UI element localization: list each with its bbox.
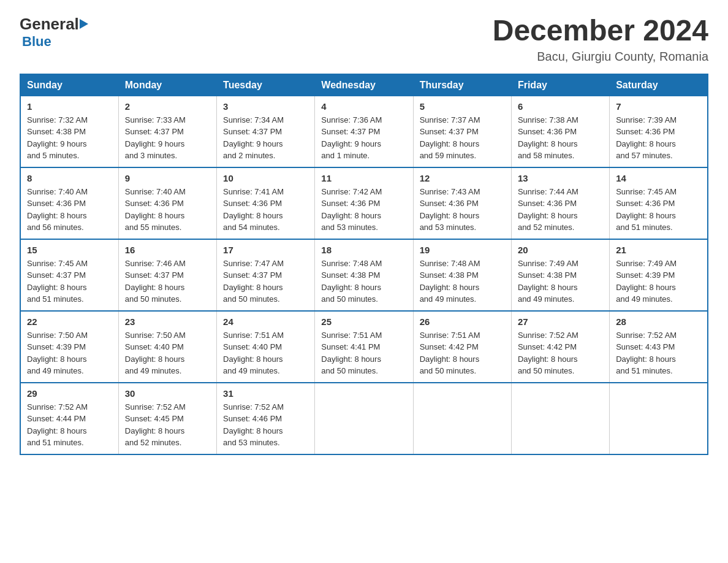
day-number: 23 xyxy=(125,316,210,327)
day-number: 21 xyxy=(616,245,701,255)
calendar-cell xyxy=(413,383,511,454)
day-info: Sunrise: 7:50 AMSunset: 4:39 PMDaylight:… xyxy=(27,329,112,377)
calendar-cell: 14Sunrise: 7:45 AMSunset: 4:36 PMDayligh… xyxy=(610,167,708,239)
day-info: Sunrise: 7:39 AMSunset: 4:36 PMDaylight:… xyxy=(616,114,701,162)
day-number: 25 xyxy=(321,316,406,327)
calendar-cell: 7Sunrise: 7:39 AMSunset: 4:36 PMDaylight… xyxy=(610,96,708,167)
calendar-cell: 11Sunrise: 7:42 AMSunset: 4:36 PMDayligh… xyxy=(315,167,413,239)
calendar-week-2: 8Sunrise: 7:40 AMSunset: 4:36 PMDaylight… xyxy=(20,167,708,239)
day-number: 5 xyxy=(420,101,505,112)
calendar-cell: 1Sunrise: 7:32 AMSunset: 4:38 PMDaylight… xyxy=(20,96,118,167)
day-info: Sunrise: 7:49 AMSunset: 4:38 PMDaylight:… xyxy=(518,258,603,305)
day-info: Sunrise: 7:52 AMSunset: 4:46 PMDaylight:… xyxy=(223,401,308,449)
calendar-header-row: SundayMondayTuesdayWednesdayThursdayFrid… xyxy=(20,74,708,96)
calendar-cell xyxy=(315,383,413,454)
calendar-cell: 8Sunrise: 7:40 AMSunset: 4:36 PMDaylight… xyxy=(20,167,118,239)
logo-blue-text: Blue xyxy=(20,34,51,50)
day-info: Sunrise: 7:40 AMSunset: 4:36 PMDaylight:… xyxy=(125,186,210,234)
day-info: Sunrise: 7:51 AMSunset: 4:41 PMDaylight:… xyxy=(321,329,406,377)
day-info: Sunrise: 7:38 AMSunset: 4:36 PMDaylight:… xyxy=(518,114,603,162)
header-monday: Monday xyxy=(118,74,216,96)
day-info: Sunrise: 7:48 AMSunset: 4:38 PMDaylight:… xyxy=(321,258,406,305)
header-tuesday: Tuesday xyxy=(217,74,315,96)
calendar-week-4: 22Sunrise: 7:50 AMSunset: 4:39 PMDayligh… xyxy=(20,311,708,383)
calendar-cell: 28Sunrise: 7:52 AMSunset: 4:43 PMDayligh… xyxy=(610,311,708,383)
day-info: Sunrise: 7:45 AMSunset: 4:37 PMDaylight:… xyxy=(27,258,112,305)
calendar-cell: 2Sunrise: 7:33 AMSunset: 4:37 PMDaylight… xyxy=(118,96,216,167)
calendar-week-1: 1Sunrise: 7:32 AMSunset: 4:38 PMDaylight… xyxy=(20,96,708,167)
calendar-cell: 20Sunrise: 7:49 AMSunset: 4:38 PMDayligh… xyxy=(511,239,609,311)
day-info: Sunrise: 7:50 AMSunset: 4:40 PMDaylight:… xyxy=(125,329,210,377)
day-info: Sunrise: 7:33 AMSunset: 4:37 PMDaylight:… xyxy=(125,114,210,162)
calendar-cell: 17Sunrise: 7:47 AMSunset: 4:37 PMDayligh… xyxy=(217,239,315,311)
day-number: 18 xyxy=(321,245,406,255)
day-number: 7 xyxy=(616,101,701,112)
calendar-cell: 15Sunrise: 7:45 AMSunset: 4:37 PMDayligh… xyxy=(20,239,118,311)
header-sunday: Sunday xyxy=(20,74,118,96)
day-number: 3 xyxy=(223,101,308,112)
day-info: Sunrise: 7:37 AMSunset: 4:37 PMDaylight:… xyxy=(420,114,505,162)
calendar-cell: 16Sunrise: 7:46 AMSunset: 4:37 PMDayligh… xyxy=(118,239,216,311)
header-thursday: Thursday xyxy=(413,74,511,96)
calendar-cell: 6Sunrise: 7:38 AMSunset: 4:36 PMDaylight… xyxy=(511,96,609,167)
day-number: 11 xyxy=(321,173,406,183)
calendar-cell: 9Sunrise: 7:40 AMSunset: 4:36 PMDaylight… xyxy=(118,167,216,239)
day-number: 22 xyxy=(27,316,112,327)
logo: General Blue xyxy=(20,15,89,50)
location-text: Bacu, Giurgiu County, Romania xyxy=(493,50,708,64)
day-number: 20 xyxy=(518,245,603,255)
day-info: Sunrise: 7:46 AMSunset: 4:37 PMDaylight:… xyxy=(125,258,210,305)
day-number: 12 xyxy=(420,173,505,183)
day-info: Sunrise: 7:32 AMSunset: 4:38 PMDaylight:… xyxy=(27,114,112,162)
day-number: 9 xyxy=(125,173,210,183)
day-number: 13 xyxy=(518,173,603,183)
calendar-cell: 13Sunrise: 7:44 AMSunset: 4:36 PMDayligh… xyxy=(511,167,609,239)
day-number: 26 xyxy=(420,316,505,327)
day-info: Sunrise: 7:52 AMSunset: 4:42 PMDaylight:… xyxy=(518,329,603,377)
header-wednesday: Wednesday xyxy=(315,74,413,96)
day-number: 28 xyxy=(616,316,701,327)
day-info: Sunrise: 7:52 AMSunset: 4:44 PMDaylight:… xyxy=(27,401,112,449)
day-info: Sunrise: 7:42 AMSunset: 4:36 PMDaylight:… xyxy=(321,186,406,234)
day-info: Sunrise: 7:49 AMSunset: 4:39 PMDaylight:… xyxy=(616,258,701,305)
day-number: 14 xyxy=(616,173,701,183)
day-number: 24 xyxy=(223,316,308,327)
calendar-cell: 31Sunrise: 7:52 AMSunset: 4:46 PMDayligh… xyxy=(217,383,315,454)
day-number: 2 xyxy=(125,101,210,112)
day-info: Sunrise: 7:51 AMSunset: 4:40 PMDaylight:… xyxy=(223,329,308,377)
header-saturday: Saturday xyxy=(610,74,708,96)
day-info: Sunrise: 7:36 AMSunset: 4:37 PMDaylight:… xyxy=(321,114,406,162)
calendar-cell: 18Sunrise: 7:48 AMSunset: 4:38 PMDayligh… xyxy=(315,239,413,311)
day-number: 15 xyxy=(27,245,112,255)
day-number: 29 xyxy=(27,388,112,399)
day-number: 4 xyxy=(321,101,406,112)
calendar-cell: 27Sunrise: 7:52 AMSunset: 4:42 PMDayligh… xyxy=(511,311,609,383)
logo-arrow-icon xyxy=(80,19,88,29)
calendar-cell xyxy=(511,383,609,454)
day-number: 17 xyxy=(223,245,308,255)
day-info: Sunrise: 7:52 AMSunset: 4:43 PMDaylight:… xyxy=(616,329,701,377)
day-number: 6 xyxy=(518,101,603,112)
title-section: December 2024 Bacu, Giurgiu County, Roma… xyxy=(493,15,708,64)
day-info: Sunrise: 7:52 AMSunset: 4:45 PMDaylight:… xyxy=(125,401,210,449)
day-info: Sunrise: 7:34 AMSunset: 4:37 PMDaylight:… xyxy=(223,114,308,162)
calendar-cell: 10Sunrise: 7:41 AMSunset: 4:36 PMDayligh… xyxy=(217,167,315,239)
calendar-cell: 24Sunrise: 7:51 AMSunset: 4:40 PMDayligh… xyxy=(217,311,315,383)
logo-general-text: General xyxy=(20,15,79,34)
calendar-table: SundayMondayTuesdayWednesdayThursdayFrid… xyxy=(20,74,708,455)
day-number: 8 xyxy=(27,173,112,183)
month-title: December 2024 xyxy=(493,15,708,47)
calendar-cell: 25Sunrise: 7:51 AMSunset: 4:41 PMDayligh… xyxy=(315,311,413,383)
day-number: 27 xyxy=(518,316,603,327)
day-number: 16 xyxy=(125,245,210,255)
calendar-week-5: 29Sunrise: 7:52 AMSunset: 4:44 PMDayligh… xyxy=(20,383,708,454)
day-info: Sunrise: 7:43 AMSunset: 4:36 PMDaylight:… xyxy=(420,186,505,234)
calendar-week-3: 15Sunrise: 7:45 AMSunset: 4:37 PMDayligh… xyxy=(20,239,708,311)
day-number: 19 xyxy=(420,245,505,255)
calendar-cell: 21Sunrise: 7:49 AMSunset: 4:39 PMDayligh… xyxy=(610,239,708,311)
day-number: 31 xyxy=(223,388,308,399)
calendar-cell: 29Sunrise: 7:52 AMSunset: 4:44 PMDayligh… xyxy=(20,383,118,454)
day-info: Sunrise: 7:45 AMSunset: 4:36 PMDaylight:… xyxy=(616,186,701,234)
day-info: Sunrise: 7:40 AMSunset: 4:36 PMDaylight:… xyxy=(27,186,112,234)
day-number: 10 xyxy=(223,173,308,183)
